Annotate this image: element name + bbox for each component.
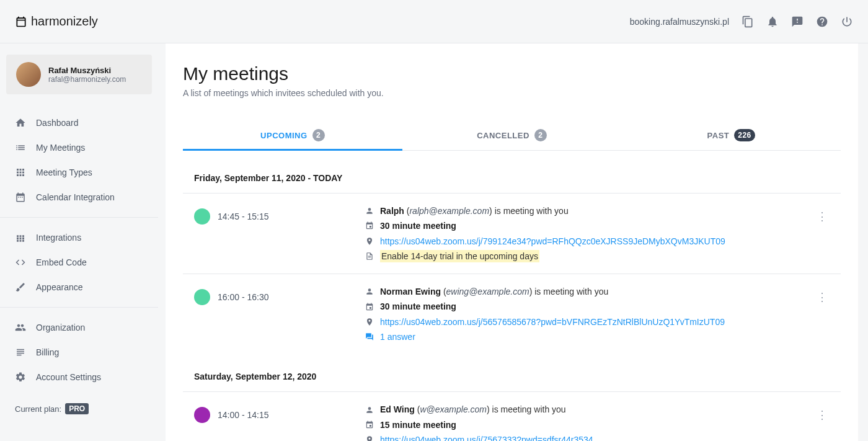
sidebar: Rafał Muszyński rafal@harmonizely.com Da…: [0, 43, 158, 441]
tab-label: PAST: [707, 131, 730, 140]
location-icon: [365, 435, 374, 441]
calendar-logo-icon: [15, 16, 27, 28]
invitee-email: w@example.com: [420, 404, 487, 414]
sidebar-item-label: Billing: [36, 347, 59, 357]
people-icon: [15, 322, 26, 333]
avatar: [16, 62, 41, 87]
bell-icon[interactable]: [766, 16, 779, 28]
tab-cancelled[interactable]: CANCELLED 2: [402, 120, 622, 150]
power-icon[interactable]: [841, 16, 853, 28]
event-icon: [365, 421, 374, 429]
main-content: My meetings A list of meetings which inv…: [166, 43, 858, 441]
sidebar-item-organization[interactable]: Organization: [0, 315, 158, 340]
answers-icon: [365, 332, 374, 341]
meeting-duration: 30 minute meeting: [380, 300, 456, 313]
meeting-menu-button[interactable]: ⋮: [815, 290, 830, 304]
header: harmonizely booking.rafalmuszynski.pl: [0, 0, 868, 43]
invitee-suffix: is meeting with you: [534, 287, 608, 296]
brand-name: harmonizely: [31, 14, 98, 29]
invitee-email: ralph@example.com: [409, 206, 489, 216]
current-plan: Current plan: PRO: [0, 393, 158, 424]
tab-upcoming[interactable]: UPCOMING 2: [183, 120, 402, 150]
brand-logo[interactable]: harmonizely: [15, 14, 98, 29]
event-icon: [365, 221, 374, 230]
meeting-row: 14:00 - 14:15 Ed Wing (w@example.com) is…: [183, 391, 841, 441]
layout: Rafał Muszyński rafal@harmonizely.com Da…: [0, 43, 868, 441]
booking-url[interactable]: booking.rafalmuszynski.pl: [630, 17, 729, 27]
person-icon: [365, 287, 374, 296]
copy-icon[interactable]: [742, 16, 754, 28]
receipt-icon: [15, 347, 26, 358]
time-text: 16:00 - 16:30: [218, 292, 269, 302]
profile-card[interactable]: Rafał Muszyński rafal@harmonizely.com: [6, 55, 152, 94]
tab-past[interactable]: PAST 226: [621, 120, 841, 150]
meeting-menu-button[interactable]: ⋮: [815, 210, 830, 223]
appearance-icon: [15, 282, 26, 293]
event-icon: [365, 303, 374, 311]
header-actions: booking.rafalmuszynski.pl: [630, 16, 853, 28]
profile-name: Rafał Muszyński: [48, 66, 126, 75]
color-dot: [194, 407, 210, 423]
sidebar-item-account-settings[interactable]: Account Settings: [0, 365, 158, 390]
sidebar-item-label: Embed Code: [36, 257, 87, 267]
sidebar-item-integrations[interactable]: Integrations: [0, 225, 158, 250]
sidebar-item-label: Calendar Integration: [36, 192, 115, 202]
person-icon: [365, 207, 374, 215]
meeting-time: 16:00 - 16:30: [194, 289, 358, 305]
feedback-icon[interactable]: [791, 16, 804, 28]
meeting-link[interactable]: https://us04web.zoom.us/j/56576585678?pw…: [380, 316, 725, 328]
meeting-details: Norman Ewing (ewing@example.com) is meet…: [365, 285, 807, 343]
gear-icon: [15, 372, 26, 383]
sidebar-item-label: Organization: [36, 323, 85, 332]
page-subtitle: A list of meetings which invitees schedu…: [183, 88, 841, 98]
sidebar-item-appearance[interactable]: Appearance: [0, 275, 158, 300]
meeting-link[interactable]: https://us04web.zoom.us/j/7567333?pwd=sd…: [380, 434, 593, 441]
color-dot: [194, 208, 210, 225]
calendar-icon: [15, 192, 26, 203]
sidebar-item-label: Integrations: [36, 233, 81, 243]
meeting-link[interactable]: https://us04web.zoom.us/j/799124e34?pwd=…: [380, 235, 725, 247]
meeting-time: 14:45 - 15:15: [194, 208, 358, 225]
sidebar-item-meeting-types[interactable]: Meeting Types: [0, 160, 158, 185]
meeting-details: Ed Wing (w@example.com) is meeting with …: [365, 403, 807, 441]
sidebar-item-embed-code[interactable]: Embed Code: [0, 250, 158, 275]
invitee-email: ewing@example.com: [446, 287, 529, 296]
meeting-time: 14:00 - 14:15: [194, 407, 358, 423]
sidebar-item-label: Meeting Types: [36, 167, 92, 177]
apps-icon: [15, 167, 26, 178]
home-icon: [15, 117, 26, 128]
sidebar-item-label: Dashboard: [36, 118, 79, 128]
profile-email: rafal@harmonizely.com: [48, 75, 126, 84]
location-icon: [365, 237, 374, 246]
meeting-note: Enable 14-day trial in the upcoming days: [380, 250, 539, 262]
color-dot: [194, 289, 210, 305]
sidebar-item-my-meetings[interactable]: My Meetings: [0, 135, 158, 160]
page-title: My meetings: [183, 63, 841, 84]
location-icon: [365, 318, 374, 326]
sidebar-item-dashboard[interactable]: Dashboard: [0, 110, 158, 135]
day-group: Saturday, September 12, 2020 14:00 - 14:…: [183, 372, 841, 441]
person-icon: [365, 406, 374, 414]
tab-count: 226: [734, 129, 755, 141]
answers-link[interactable]: 1 answer: [380, 331, 415, 343]
tab-label: UPCOMING: [260, 131, 308, 140]
help-icon[interactable]: [816, 16, 828, 28]
invitee-name: Ralph: [380, 206, 404, 216]
invitee-name: Ed Wing: [380, 404, 415, 414]
invitee-suffix: is meeting with you: [495, 206, 569, 216]
day-header: Friday, September 11, 2020 - TODAY: [183, 173, 841, 193]
day-group: Friday, September 11, 2020 - TODAY 14:45…: [183, 173, 841, 354]
sidebar-item-label: Appearance: [36, 282, 83, 292]
tab-count: 2: [312, 129, 325, 141]
day-header: Saturday, September 12, 2020: [183, 372, 841, 391]
sidebar-item-label: Account Settings: [36, 372, 101, 382]
sidebar-item-label: My Meetings: [36, 143, 85, 153]
plan-badge: PRO: [65, 403, 89, 414]
note-icon: [365, 252, 374, 261]
sidebar-item-billing[interactable]: Billing: [0, 340, 158, 365]
meeting-menu-button[interactable]: ⋮: [815, 408, 830, 422]
plan-label: Current plan:: [15, 404, 61, 414]
code-icon: [15, 257, 26, 268]
sidebar-item-calendar-integration[interactable]: Calendar Integration: [0, 185, 158, 210]
meeting-row: 16:00 - 16:30 Norman Ewing (ewing@exampl…: [183, 274, 841, 354]
